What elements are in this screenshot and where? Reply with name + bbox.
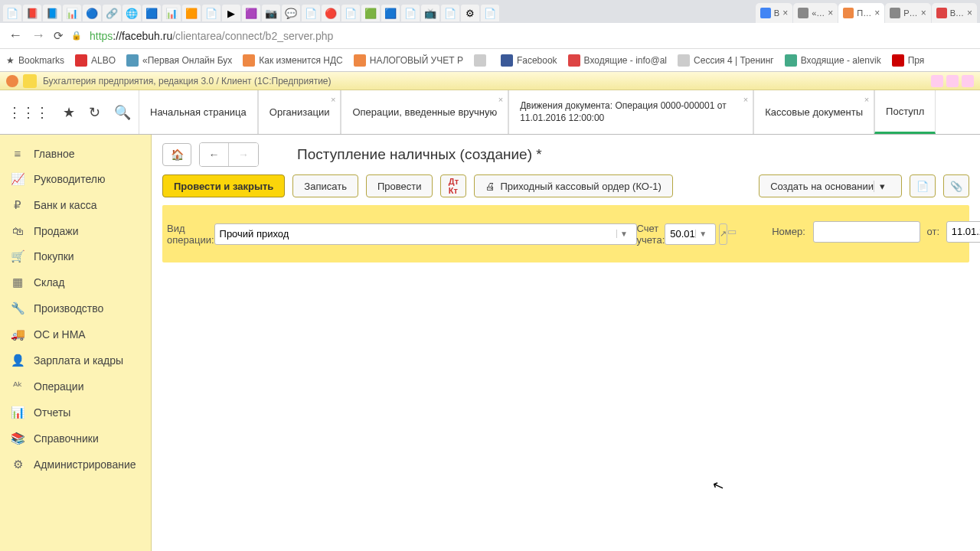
- sidebar-item-purchases[interactable]: 🛒Покупки: [0, 243, 151, 269]
- print-order-button[interactable]: 🖨Приходный кассовый ордер (КО-1): [474, 174, 672, 197]
- nav-forward-button: →: [229, 143, 258, 166]
- bookmark-item[interactable]: Как изменится НДС: [243, 54, 342, 67]
- bookmark-item[interactable]: Пря: [892, 54, 925, 67]
- tab-favicon[interactable]: 📷: [262, 5, 280, 21]
- attach-button[interactable]: 📄: [910, 174, 936, 197]
- sidebar-item-refs[interactable]: 📚Справочники: [0, 425, 151, 452]
- tab-favicon[interactable]: 📊: [63, 5, 81, 21]
- app-tab-active[interactable]: Поступл: [874, 90, 936, 134]
- tab-favicon[interactable]: 📄: [441, 5, 459, 21]
- tab-favicon[interactable]: 📊: [162, 5, 181, 21]
- open-ref-button[interactable]: ↗: [719, 223, 727, 245]
- browser-tab-active[interactable]: П…×: [838, 3, 884, 23]
- bookmark-item[interactable]: «Первая Онлайн Бух: [126, 54, 232, 67]
- tab-favicon[interactable]: 🟦: [381, 5, 400, 21]
- app-tab[interactable]: Организации×: [258, 90, 341, 134]
- sidebar-item-admin[interactable]: ⚙Администрирование: [0, 452, 151, 478]
- doc-status-icon: ▭: [727, 226, 746, 237]
- reload-icon[interactable]: ⟳: [54, 29, 64, 43]
- sidebar-item-main[interactable]: ≡Главное: [0, 141, 151, 166]
- bookmark-item[interactable]: ALBO: [75, 54, 116, 67]
- tab-favicon[interactable]: 📄: [202, 5, 220, 21]
- tab-favicon[interactable]: 📄: [481, 5, 499, 21]
- app-logo-icon: [6, 75, 18, 87]
- bookmark-item[interactable]: Входящие - alenvik: [785, 54, 881, 67]
- from-label: от:: [920, 226, 946, 237]
- browser-tab[interactable]: «…×: [793, 3, 838, 23]
- app-tab-bar: ⋮⋮⋮ ★ ↻ 🔍 Начальная страница Организации…: [0, 90, 980, 135]
- url-text[interactable]: https://facebuh.ru/clientarea/connect/b2…: [90, 30, 333, 42]
- sidebar-item-bank[interactable]: ₽Банк и касса: [0, 192, 151, 218]
- number-input[interactable]: [813, 221, 920, 243]
- tab-favicon[interactable]: 🟪: [242, 5, 260, 21]
- tab-favicon[interactable]: 🟧: [182, 5, 201, 21]
- star-icon[interactable]: ★: [63, 104, 75, 121]
- app-tab[interactable]: Операции, введенные вручную×: [341, 90, 508, 134]
- app-tab[interactable]: Кассовые документы×: [753, 90, 874, 134]
- tab-favicon[interactable]: 📘: [43, 5, 61, 21]
- tab-favicon[interactable]: 🌐: [122, 5, 141, 21]
- app-tab[interactable]: Начальная страница: [139, 90, 258, 134]
- tab-favicon[interactable]: ⚙: [461, 5, 479, 21]
- tab-favicon[interactable]: 📕: [23, 5, 41, 21]
- window-ctrl-icon[interactable]: [931, 75, 943, 87]
- tab-favicon[interactable]: 🟦: [142, 5, 161, 21]
- bookmark-item[interactable]: Facebook: [501, 54, 557, 67]
- ops-icon: ᴬᵏ: [11, 380, 24, 393]
- tab-favicon[interactable]: 🟩: [361, 5, 380, 21]
- account-select[interactable]: 50.01▼: [665, 223, 716, 245]
- bookmark-item[interactable]: [474, 54, 490, 67]
- sidebar-item-salary[interactable]: 👤Зарплата и кадры: [0, 347, 151, 373]
- browser-tab[interactable]: Р…×: [885, 3, 930, 23]
- window-ctrl-icon[interactable]: [946, 75, 959, 87]
- tab-favicon[interactable]: ▶: [222, 5, 240, 21]
- tab-favicon[interactable]: 📄: [302, 5, 320, 21]
- bookmark-item[interactable]: ★Bookmarks: [6, 55, 64, 66]
- save-button[interactable]: Записать: [292, 174, 358, 197]
- history-icon[interactable]: ↻: [89, 104, 100, 121]
- sidebar-item-operations[interactable]: ᴬᵏОперации: [0, 373, 151, 399]
- apps-grid-icon[interactable]: ⋮⋮⋮: [8, 104, 49, 121]
- bookmark-item[interactable]: Входящие - info@al: [568, 54, 667, 67]
- tab-favicon[interactable]: 🔴: [322, 5, 340, 21]
- menu-icon: ≡: [11, 147, 24, 160]
- create-based-button[interactable]: Создать на основании▾: [759, 174, 902, 197]
- app-ctrl-icon[interactable]: [23, 74, 37, 88]
- post-and-close-button[interactable]: Провести и закрыть: [162, 174, 285, 197]
- bookmark-bar: ★Bookmarks ALBO «Первая Онлайн Бух Как и…: [0, 49, 980, 72]
- tab-favicon[interactable]: 📺: [421, 5, 439, 21]
- window-ctrl-icon[interactable]: [962, 75, 974, 87]
- sidebar-item-manager[interactable]: 📈Руководителю: [0, 166, 151, 192]
- date-input[interactable]: 11.01.2016 0:00:00📅: [946, 221, 980, 243]
- tab-favicon[interactable]: 🔵: [83, 5, 101, 21]
- browser-tab[interactable]: В…×: [932, 3, 977, 23]
- sidebar-item-production[interactable]: 🔧Производство: [0, 295, 151, 321]
- tab-favicon[interactable]: 📄: [401, 5, 420, 21]
- search-icon[interactable]: 🔍: [114, 104, 131, 121]
- app-title-text: Бухгалтерия предприятия, редакция 3.0 / …: [43, 76, 332, 86]
- back-icon[interactable]: ←: [8, 28, 23, 44]
- tab-favicon[interactable]: 📄: [341, 5, 360, 21]
- tab-favicon[interactable]: 📄: [3, 5, 21, 21]
- dt-kt-button[interactable]: ДтКт: [440, 174, 466, 197]
- op-type-select[interactable]: Прочий приход▼: [214, 223, 637, 245]
- number-label: Номер:: [746, 226, 813, 237]
- home-button[interactable]: 🏠: [162, 143, 191, 166]
- sidebar-item-assets[interactable]: 🚚ОС и НМА: [0, 321, 151, 347]
- browser-tab-strip: 📄 📕 📘 📊 🔵 🔗 🌐 🟦 📊 🟧 📄 ▶ 🟪 📷 💬 📄 🔴 📄 🟩 🟦 …: [0, 0, 980, 23]
- bookmark-item[interactable]: Сессия 4 | Тренинг: [678, 54, 774, 67]
- tab-favicon[interactable]: 💬: [282, 5, 300, 21]
- nav-back-button[interactable]: ←: [200, 143, 229, 166]
- post-button[interactable]: Провести: [366, 174, 433, 197]
- sidebar-item-reports[interactable]: 📊Отчеты: [0, 399, 151, 425]
- sidebar-item-stock[interactable]: ▦Склад: [0, 269, 151, 295]
- app-title-bar: Бухгалтерия предприятия, редакция 3.0 / …: [0, 72, 980, 90]
- clip-button[interactable]: 📎: [943, 174, 969, 197]
- bookmark-item[interactable]: НАЛОГОВЫЙ УЧЕТ Р: [354, 54, 463, 67]
- tab-favicon[interactable]: 🔗: [103, 5, 121, 21]
- app-tab[interactable]: Движения документа: Операция 0000-000001…: [508, 90, 753, 134]
- browser-tab[interactable]: В×: [756, 3, 792, 23]
- content-area: 🏠 ← → Поступление наличных (создание) * …: [152, 135, 980, 551]
- sidebar: ≡Главное 📈Руководителю ₽Банк и касса 🛍Пр…: [0, 135, 152, 551]
- sidebar-item-sales[interactable]: 🛍Продажи: [0, 218, 151, 243]
